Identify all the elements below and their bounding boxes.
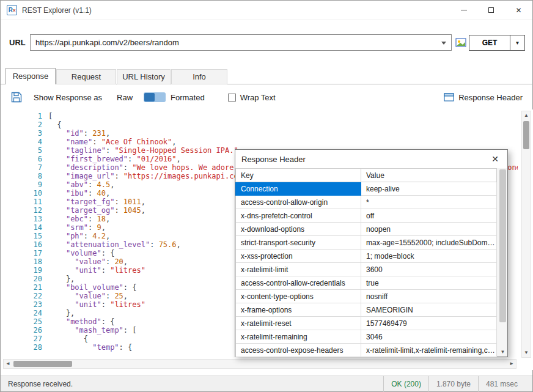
- line-number: 23: [1, 300, 42, 309]
- line-numbers: 1234567891011121314151617181920212223242…: [1, 112, 42, 352]
- close-button[interactable]: ✕: [505, 1, 532, 20]
- line-number: 13: [1, 215, 42, 223]
- scroll-left-icon[interactable]: ◄: [4, 360, 12, 368]
- editor-horizontal-scrollbar[interactable]: ◄ ►: [3, 359, 516, 369]
- line-number: 9: [1, 180, 42, 189]
- editor-vertical-scrollbar[interactable]: ▲ ▼: [521, 111, 531, 358]
- maximize-button[interactable]: [477, 1, 505, 20]
- header-row[interactable]: strict-transport-securitymax-age=1555200…: [236, 236, 497, 250]
- value-column-header[interactable]: Value: [361, 169, 497, 182]
- code-line: "name": "Ace Of Chinook",: [48, 138, 518, 146]
- url-bar: URL GET ▼: [1, 34, 532, 51]
- wrap-text-label: Wrap Text: [240, 93, 276, 102]
- header-row[interactable]: x-download-optionsnoopen: [236, 223, 497, 236]
- response-toolbar: Show Response as Raw Formated Wrap Text …: [1, 88, 532, 106]
- popup-scroll-thumb[interactable]: [499, 169, 506, 322]
- minimize-icon: [461, 10, 467, 10]
- header-row[interactable]: access-control-allow-origin*: [236, 196, 497, 209]
- header-value-cell[interactable]: true: [361, 276, 497, 290]
- popup-close-icon[interactable]: ✕: [489, 154, 501, 164]
- status-bar: Response received. OK (200) 1.870 byte 4…: [1, 375, 532, 391]
- url-dropdown-icon[interactable]: [441, 42, 446, 45]
- line-number: 22: [1, 292, 42, 300]
- header-value-cell[interactable]: 3046: [361, 330, 497, 344]
- tab-bar: Response Request URL History Info: [1, 68, 533, 84]
- header-value-cell[interactable]: max-age=15552000; includeSubDom…: [361, 236, 497, 250]
- go-icon: [455, 38, 467, 48]
- header-row[interactable]: access-control-allow-credentialstrue: [236, 276, 497, 290]
- tab-url-history[interactable]: URL History: [117, 69, 171, 84]
- header-row[interactable]: Connectionkeep-alive: [236, 182, 497, 196]
- header-key-cell[interactable]: x-xss-protection: [236, 250, 361, 263]
- maximize-icon: [488, 7, 494, 13]
- header-row[interactable]: x-ratelimit-remaining3046: [236, 330, 497, 344]
- tab-response[interactable]: Response: [6, 68, 56, 84]
- tab-info[interactable]: Info: [171, 69, 227, 84]
- header-key-cell[interactable]: x-dns-prefetch-control: [236, 209, 361, 223]
- header-key-cell[interactable]: access-control-allow-credentials: [236, 276, 361, 290]
- header-value-cell[interactable]: nosniff: [361, 290, 497, 303]
- header-key-cell[interactable]: x-download-options: [236, 223, 361, 236]
- scroll-right-icon[interactable]: ►: [507, 360, 516, 368]
- header-key-cell[interactable]: x-ratelimit-remaining: [236, 330, 361, 344]
- status-message: Response received.: [8, 380, 73, 388]
- url-input[interactable]: [31, 35, 451, 50]
- vertical-scroll-thumb[interactable]: [523, 121, 529, 149]
- response-header-popup: Response Header ✕ Key Value Connectionke…: [235, 149, 508, 357]
- app-icon-letter-x: x: [13, 7, 15, 13]
- scroll-down-icon[interactable]: ▼: [522, 349, 531, 357]
- header-key-cell[interactable]: x-ratelimit-limit: [236, 263, 361, 276]
- line-number: 28: [1, 343, 42, 352]
- header-value-cell[interactable]: 1; mode=block: [361, 250, 497, 263]
- header-value-cell[interactable]: off: [361, 209, 497, 223]
- status-size: 1.870 byte: [428, 376, 478, 392]
- line-number: 11: [1, 198, 42, 206]
- header-row[interactable]: x-ratelimit-reset1577469479: [236, 317, 497, 330]
- header-row[interactable]: x-dns-prefetch-controloff: [236, 209, 497, 223]
- header-row[interactable]: x-content-type-optionsnosniff: [236, 290, 497, 303]
- popup-scroll-down-icon[interactable]: ▼: [498, 348, 507, 357]
- save-button[interactable]: [10, 91, 23, 103]
- scroll-up-icon[interactable]: ▲: [522, 111, 531, 120]
- header-key-cell[interactable]: x-ratelimit-reset: [236, 317, 361, 330]
- method-button[interactable]: GET: [469, 35, 510, 51]
- header-value-cell[interactable]: *: [361, 196, 497, 209]
- url-combobox[interactable]: [30, 34, 452, 51]
- status-code: OK (200): [383, 376, 428, 392]
- header-table: Key Value Connectionkeep-aliveaccess-con…: [235, 168, 497, 357]
- header-value-cell[interactable]: 3600: [361, 263, 497, 276]
- header-table-head-row: Key Value: [236, 169, 497, 182]
- app-window: Rx REST Explorer (v1.1) ✕ URL GET ▼: [0, 0, 533, 392]
- header-value-cell[interactable]: x-ratelimit-limit,x-ratelimit-remaining,…: [361, 344, 497, 357]
- header-key-cell[interactable]: strict-transport-security: [236, 236, 361, 250]
- header-value-cell[interactable]: keep-alive: [361, 182, 497, 196]
- header-value-cell[interactable]: SAMEORIGIN: [361, 303, 497, 317]
- tab-request[interactable]: Request: [56, 69, 116, 84]
- app-icon: Rx: [7, 5, 17, 15]
- header-value-cell[interactable]: 1577469479: [361, 317, 497, 330]
- response-header-icon: [444, 93, 454, 102]
- header-row[interactable]: x-xss-protection1; mode=block: [236, 250, 497, 263]
- header-key-cell[interactable]: x-frame-options: [236, 303, 361, 317]
- header-row[interactable]: x-ratelimit-limit3600: [236, 263, 497, 276]
- header-value-cell[interactable]: noopen: [361, 223, 497, 236]
- app-title: REST Explorer (v1.1): [22, 6, 92, 15]
- header-row[interactable]: x-frame-optionsSAMEORIGIN: [236, 303, 497, 317]
- minimize-button[interactable]: [450, 1, 477, 20]
- horizontal-scroll-thumb[interactable]: [13, 361, 72, 367]
- go-button[interactable]: [454, 36, 468, 49]
- header-key-cell[interactable]: x-content-type-options: [236, 290, 361, 303]
- popup-scrollbar[interactable]: ▼: [498, 168, 507, 357]
- header-key-cell[interactable]: Connection: [236, 182, 361, 196]
- header-key-cell[interactable]: access-control-expose-headers: [236, 344, 361, 357]
- response-header-button[interactable]: Response Header: [444, 93, 523, 102]
- header-key-cell[interactable]: access-control-allow-origin: [236, 196, 361, 209]
- raw-formated-toggle[interactable]: [144, 92, 166, 102]
- line-number: 7: [1, 163, 42, 172]
- wrap-text-checkbox[interactable]: [228, 94, 236, 102]
- title-bar: Rx REST Explorer (v1.1) ✕: [1, 1, 532, 20]
- method-dropdown-button[interactable]: ▼: [510, 35, 525, 51]
- header-row[interactable]: access-control-expose-headersx-ratelimit…: [236, 344, 497, 357]
- line-number: 8: [1, 172, 42, 180]
- key-column-header[interactable]: Key: [236, 169, 361, 182]
